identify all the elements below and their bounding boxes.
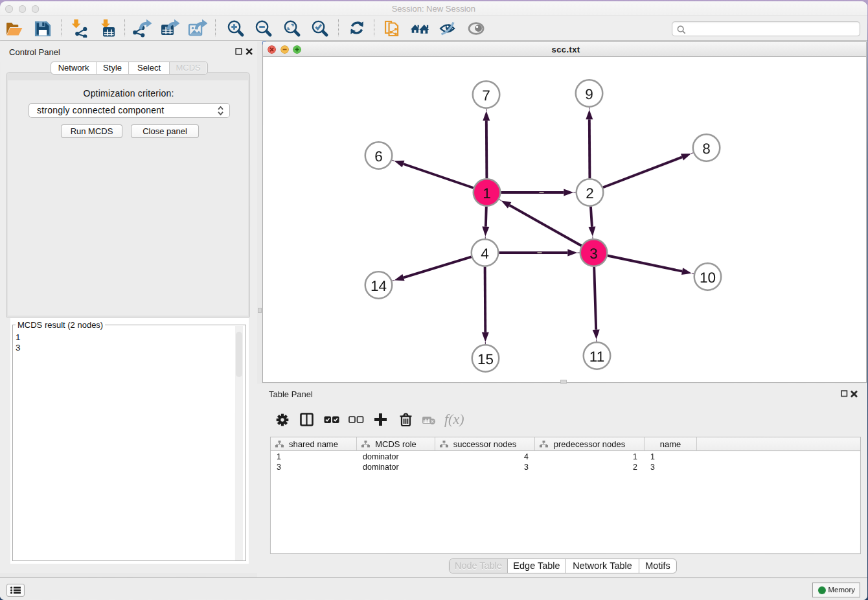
svg-text:8: 8 (702, 141, 711, 157)
svg-text:2: 2 (586, 185, 594, 202)
svg-text:3: 3 (589, 246, 598, 262)
svg-text:14: 14 (370, 277, 386, 294)
svg-text:4: 4 (481, 246, 489, 262)
svg-text:1: 1 (483, 185, 491, 202)
svg-text:6: 6 (374, 148, 383, 164)
svg-text:15: 15 (477, 351, 493, 367)
svg-text:7: 7 (482, 87, 490, 104)
svg-text:9: 9 (585, 86, 593, 102)
svg-text:11: 11 (589, 349, 604, 365)
svg-text:10: 10 (699, 270, 715, 286)
